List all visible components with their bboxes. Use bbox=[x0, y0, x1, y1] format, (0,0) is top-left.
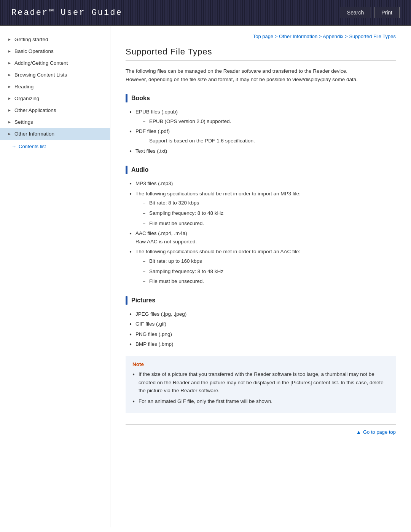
note-box: Note If the size of a picture that you t… bbox=[126, 356, 396, 413]
books-list: EPUB files (.epub) EPUB (OPS version 2.0… bbox=[129, 108, 396, 155]
list-item-text: PDF files (.pdf) bbox=[135, 128, 170, 134]
list-item: Bit rate: 8 to 320 kbps bbox=[143, 199, 396, 207]
note-item: If the size of a picture that you transf… bbox=[132, 370, 389, 395]
sidebar: ► Getting started ► Basic Operations ► A… bbox=[0, 26, 110, 527]
header: Reader™ User Guide Search Print bbox=[0, 0, 411, 26]
section-bar-audio bbox=[126, 166, 127, 174]
intro-para-1: The following files can be managed on th… bbox=[126, 67, 396, 75]
list-item-plain: Raw AAC is not supported. bbox=[135, 239, 197, 244]
pictures-list: JPEG files (.jpg, .jpeg) GIF files (.gif… bbox=[129, 310, 396, 348]
sidebar-item-browsing-content-lists[interactable]: ► Browsing Content Lists bbox=[0, 69, 110, 81]
sub-list: Support is based on the PDF 1.6 specific… bbox=[143, 137, 396, 145]
search-button[interactable]: Search bbox=[340, 7, 371, 18]
chevron-right-icon: ► bbox=[8, 61, 11, 65]
section-bar-pictures bbox=[126, 296, 127, 305]
list-item: Text files (.txt) bbox=[129, 147, 396, 155]
list-item: The following specifications should be m… bbox=[129, 190, 396, 227]
list-item: File must be unsecured. bbox=[143, 277, 396, 286]
list-item-text: The following specifications should be m… bbox=[135, 191, 301, 197]
go-to-top-label: Go to page top bbox=[363, 429, 396, 435]
list-item-text: MP3 files (.mp3) bbox=[135, 181, 173, 186]
list-item: Bit rate: up to 160 kbps bbox=[143, 257, 396, 265]
contents-list-link[interactable]: → Contents list bbox=[0, 140, 110, 153]
note-item: For an animated GIF file, only the first… bbox=[132, 397, 389, 406]
sidebar-item-label: Adding/Getting Content bbox=[14, 60, 68, 66]
chevron-right-icon: ► bbox=[8, 120, 11, 124]
sidebar-item-basic-operations[interactable]: ► Basic Operations bbox=[0, 45, 110, 57]
content-area: Top page > Other Information > Appendix … bbox=[110, 26, 411, 527]
list-item: BMP files (.bmp) bbox=[129, 340, 396, 348]
breadcrumb[interactable]: Top page > Other Information > Appendix … bbox=[126, 34, 396, 39]
list-item: JPEG files (.jpg, .jpeg) bbox=[129, 310, 396, 318]
list-item: MP3 files (.mp3) bbox=[129, 179, 396, 188]
list-item-text: Text files (.txt) bbox=[135, 148, 167, 154]
go-to-top-link[interactable]: ▲ Go to page top bbox=[356, 429, 396, 435]
print-button[interactable]: Print bbox=[374, 7, 400, 18]
audio-title: Audio bbox=[131, 166, 148, 173]
audio-section-header: Audio bbox=[126, 166, 396, 174]
chevron-right-icon: ► bbox=[8, 96, 11, 101]
sidebar-item-label: Settings bbox=[14, 119, 33, 125]
list-item: Sampling frequency: 8 to 48 kHz bbox=[143, 267, 396, 276]
chevron-right-icon: ► bbox=[8, 85, 11, 89]
intro-para-2: However, depending on the file size and … bbox=[126, 75, 396, 84]
breadcrumb-text: Top page > Other Information > Appendix … bbox=[253, 34, 396, 39]
books-title: Books bbox=[131, 95, 150, 102]
list-item: EPUB (OPS version 2.0) supported. bbox=[143, 117, 396, 126]
audio-list: MP3 files (.mp3) The following specifica… bbox=[129, 179, 396, 286]
list-item-text: AAC files (.mp4, .m4a) bbox=[135, 230, 187, 236]
sidebar-item-label: Other Information bbox=[14, 131, 54, 137]
triangle-up-icon: ▲ bbox=[356, 429, 361, 435]
sidebar-item-label: Organizing bbox=[14, 96, 39, 101]
sidebar-item-adding-getting-content[interactable]: ► Adding/Getting Content bbox=[0, 57, 110, 69]
list-item: GIF files (.gif) bbox=[129, 320, 396, 328]
sub-list: Bit rate: up to 160 kbps Sampling freque… bbox=[143, 257, 396, 286]
section-bar-books bbox=[126, 94, 127, 102]
chevron-right-icon: ► bbox=[8, 132, 11, 136]
note-title: Note bbox=[132, 361, 389, 367]
sidebar-item-label: Basic Operations bbox=[14, 48, 54, 54]
chevron-right-icon: ► bbox=[8, 73, 11, 77]
page-title: Supported File Types bbox=[126, 47, 396, 61]
sub-list: Bit rate: 8 to 320 kbps Sampling frequen… bbox=[143, 199, 396, 227]
sidebar-item-other-applications[interactable]: ► Other Applications bbox=[0, 104, 110, 116]
note-list: If the size of a picture that you transf… bbox=[132, 370, 389, 405]
main-layout: ► Getting started ► Basic Operations ► A… bbox=[0, 26, 411, 527]
list-item: Sampling frequency: 8 to 48 kHz bbox=[143, 209, 396, 217]
list-item: PDF files (.pdf) Support is based on the… bbox=[129, 127, 396, 145]
chevron-right-icon: ► bbox=[8, 37, 11, 42]
list-item: AAC files (.mp4, .m4a) Raw AAC is not su… bbox=[129, 229, 396, 246]
list-item: EPUB files (.epub) EPUB (OPS version 2.0… bbox=[129, 108, 396, 125]
sidebar-item-other-information[interactable]: ► Other Information bbox=[0, 128, 110, 140]
list-item: PNG files (.png) bbox=[129, 330, 396, 339]
sub-list: EPUB (OPS version 2.0) supported. bbox=[143, 117, 396, 126]
sidebar-item-getting-started[interactable]: ► Getting started bbox=[0, 34, 110, 45]
list-item-text: The following specifications should be m… bbox=[135, 249, 300, 254]
chevron-right-icon: ► bbox=[8, 49, 11, 53]
sidebar-item-label: Reading bbox=[14, 84, 33, 89]
sidebar-item-label: Browsing Content Lists bbox=[14, 72, 67, 78]
contents-link-label: Contents list bbox=[19, 144, 46, 149]
content-footer: ▲ Go to page top bbox=[126, 424, 396, 435]
pictures-section-header: Pictures bbox=[126, 296, 396, 305]
list-item: Support is based on the PDF 1.6 specific… bbox=[143, 137, 396, 145]
chevron-right-icon: ► bbox=[8, 108, 11, 112]
books-section-header: Books bbox=[126, 94, 396, 102]
app-title: Reader™ User Guide bbox=[11, 8, 123, 18]
list-item-text: EPUB files (.epub) bbox=[135, 109, 178, 115]
sidebar-item-reading[interactable]: ► Reading bbox=[0, 81, 110, 93]
header-buttons: Search Print bbox=[340, 7, 400, 18]
sidebar-item-label: Getting started bbox=[14, 37, 48, 42]
sidebar-item-label: Other Applications bbox=[14, 107, 56, 113]
list-item: The following specifications should be m… bbox=[129, 248, 396, 285]
sidebar-item-settings[interactable]: ► Settings bbox=[0, 116, 110, 128]
copyright: Copyright 2011 Sony Corporation bbox=[0, 527, 411, 532]
arrow-right-icon: → bbox=[11, 144, 16, 149]
sidebar-item-organizing[interactable]: ► Organizing bbox=[0, 93, 110, 104]
pictures-title: Pictures bbox=[131, 297, 155, 304]
list-item: File must be unsecured. bbox=[143, 219, 396, 228]
intro-text: The following files can be managed on th… bbox=[126, 67, 396, 83]
